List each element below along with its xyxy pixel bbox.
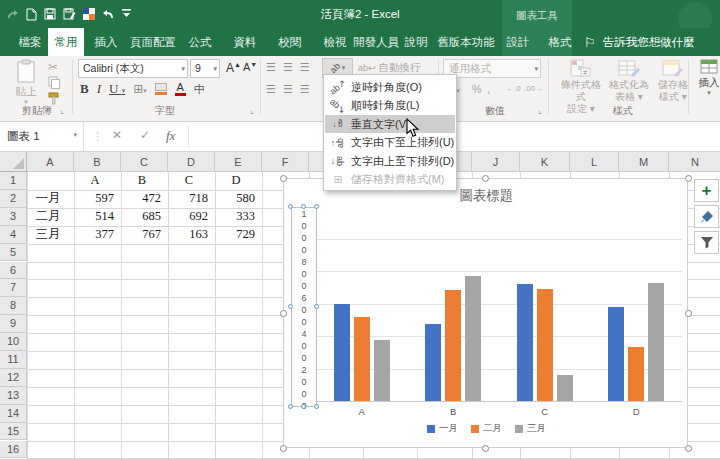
name-box[interactable]: 圖表 1 ▾ xyxy=(0,122,84,151)
chart-filters-button[interactable] xyxy=(694,231,719,254)
legend-item-一月[interactable]: 一月 xyxy=(427,422,458,435)
cell-styles-button[interactable]: 儲存格 樣式 ▾ xyxy=(650,59,696,103)
tab-校閱[interactable]: 校閱 xyxy=(272,28,308,56)
tab-公式[interactable]: 公式 xyxy=(182,28,218,56)
menu-item-3[interactable]: ↓ab垂直文字(V) xyxy=(325,115,455,133)
axis-selection-handle[interactable] xyxy=(301,404,306,409)
tab-說明[interactable]: 說明 xyxy=(398,28,434,56)
row-header-1[interactable]: 1 xyxy=(0,172,27,190)
tab-舊版本功能[interactable]: 舊版本功能 xyxy=(436,28,496,56)
row-header-6[interactable]: 6 xyxy=(0,262,27,280)
format-as-table-button[interactable]: 格式化為 表格 ▾ xyxy=(606,59,652,103)
cell-C4[interactable]: 767 xyxy=(123,226,161,244)
number-dialog-launcher[interactable]: ⌞ xyxy=(538,105,542,115)
cell-D3[interactable]: 692 xyxy=(170,208,208,226)
row-header-16[interactable]: 16 xyxy=(0,441,27,459)
new-file-button[interactable] xyxy=(26,8,37,21)
font-dialog-launcher[interactable]: ⌞ xyxy=(250,105,254,115)
row-header-15[interactable]: 15 xyxy=(0,423,27,441)
cell-D2[interactable]: 718 xyxy=(170,190,208,208)
menu-item-5[interactable]: ↓ab文字由上至下排列(D) xyxy=(325,152,455,170)
cell-D1[interactable]: C xyxy=(170,172,208,190)
bar-二月-B[interactable] xyxy=(445,290,461,401)
column-header-B[interactable]: B xyxy=(74,152,121,172)
row-header-14[interactable]: 14 xyxy=(0,405,27,423)
tab-常用[interactable]: 常用 xyxy=(48,28,84,56)
axis-selection-handle[interactable] xyxy=(288,404,293,409)
cell-C2[interactable]: 472 xyxy=(123,190,161,208)
shrink-font-button[interactable]: A▼ xyxy=(243,61,257,73)
axis-selection-handle[interactable] xyxy=(314,304,319,309)
theme-grid-button[interactable] xyxy=(83,8,95,20)
column-header-L[interactable]: L xyxy=(570,152,619,172)
axis-selection-handle[interactable] xyxy=(314,204,319,209)
bar-三月-D[interactable] xyxy=(648,283,664,401)
bar-三月-B[interactable] xyxy=(465,276,481,401)
italic-button[interactable]: I xyxy=(97,81,101,97)
tab-插入[interactable]: 插入 xyxy=(88,28,124,56)
cell-B2[interactable]: 597 xyxy=(76,190,114,208)
insert-function-button[interactable]: fx xyxy=(166,128,175,144)
cell-C1[interactable]: B xyxy=(123,172,161,190)
row-header-12[interactable]: 12 xyxy=(0,369,27,387)
bar-三月-A[interactable] xyxy=(374,340,390,401)
cell-A2[interactable]: 一月 xyxy=(29,190,67,208)
cell-A3[interactable]: 二月 xyxy=(29,208,67,226)
enter-button[interactable]: ✓ xyxy=(140,128,150,142)
bold-button[interactable]: B xyxy=(80,81,89,97)
border-button[interactable]: ⊞▾ xyxy=(133,82,147,96)
wrap-text-button[interactable]: ab↩ 自動換行 xyxy=(358,61,420,75)
row-header-10[interactable]: 10 xyxy=(0,333,27,351)
account-avatar[interactable] xyxy=(668,0,720,28)
decrease-decimal-button[interactable]: .00→ xyxy=(524,84,543,93)
cancel-button[interactable]: ✕ xyxy=(112,128,122,142)
chart-elements-button[interactable]: + xyxy=(694,179,719,202)
save-button[interactable] xyxy=(44,8,56,20)
column-header-N[interactable]: N xyxy=(669,152,720,172)
cell-B3[interactable]: 514 xyxy=(76,208,114,226)
cell-C3[interactable]: 685 xyxy=(123,208,161,226)
row-header-7[interactable]: 7 xyxy=(0,279,27,297)
bar-二月-D[interactable] xyxy=(628,347,644,401)
row-header-3[interactable]: 3 xyxy=(0,208,27,226)
bar-一月-B[interactable] xyxy=(425,324,441,401)
grow-font-button[interactable]: A▲ xyxy=(226,61,241,75)
customize-qat-button[interactable] xyxy=(122,9,131,19)
cell-B4[interactable]: 377 xyxy=(76,226,114,244)
vertical-align-buttons[interactable]: ☰☰☰ xyxy=(266,61,310,74)
column-header-C[interactable]: C xyxy=(121,152,168,172)
bar-三月-C[interactable] xyxy=(557,375,573,401)
menu-item-4[interactable]: ↑ab文字由下至上排列(U) xyxy=(325,134,455,152)
axis-selection-handle[interactable] xyxy=(314,404,319,409)
redo-button[interactable] xyxy=(6,9,19,20)
row-header-13[interactable]: 13 xyxy=(0,387,27,405)
column-header-M[interactable]: M xyxy=(619,152,669,172)
paste-button[interactable]: 貼上 ▾ xyxy=(8,59,44,104)
tab-設計[interactable]: 設計 xyxy=(500,28,536,56)
cell-B1[interactable]: A xyxy=(76,172,114,190)
tab-開發人員[interactable]: 開發人員 xyxy=(352,28,400,56)
chart-legend[interactable]: 一月二月三月 xyxy=(284,422,689,435)
column-header-F[interactable]: F xyxy=(262,152,309,172)
legend-item-二月[interactable]: 二月 xyxy=(471,422,502,435)
tab-檢視[interactable]: 檢視 xyxy=(317,28,353,56)
tab-頁面配置[interactable]: 頁面配置 xyxy=(126,28,180,56)
chart-selection-handle[interactable] xyxy=(280,445,287,452)
cell-E3[interactable]: 333 xyxy=(217,208,255,226)
clipboard-dialog-launcher[interactable]: ⌞ xyxy=(60,105,64,115)
fill-color-button[interactable] xyxy=(155,83,167,95)
menu-item-2[interactable]: ab↘順時針角度(L) xyxy=(325,97,455,115)
font-color-button[interactable]: A xyxy=(175,83,186,96)
row-header-8[interactable]: 8 xyxy=(0,297,27,315)
chart-styles-button[interactable] xyxy=(694,205,719,228)
row-header-5[interactable]: 5 xyxy=(0,244,27,262)
column-header-D[interactable]: D xyxy=(168,152,215,172)
menu-item-1[interactable]: ab↗逆時針角度(O) xyxy=(325,78,455,96)
save-edit-button[interactable] xyxy=(63,8,76,20)
tab-資料[interactable]: 資料 xyxy=(227,28,263,56)
cell-D4[interactable]: 163 xyxy=(170,226,208,244)
tell-me-box[interactable]: ⚐ 告訴我您想做什麼 xyxy=(584,28,695,56)
bar-一月-D[interactable] xyxy=(608,307,624,401)
chart-selection-handle[interactable] xyxy=(685,175,692,182)
chart-selection-handle[interactable] xyxy=(280,310,287,317)
